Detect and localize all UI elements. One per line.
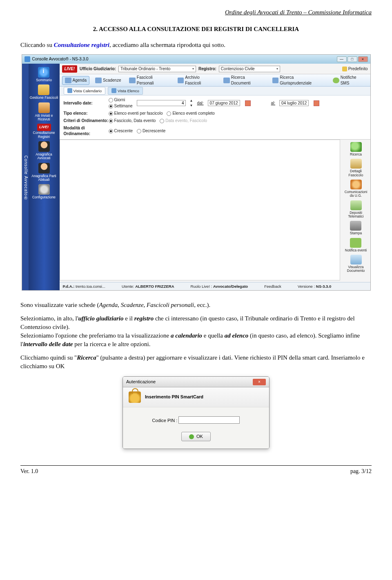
tab-fascicoli[interactable]: Fascicoli Personali — [127, 73, 172, 87]
clock-icon — [95, 78, 102, 83]
gear-icon — [38, 184, 50, 195]
tab-label: Archivio Fascicoli — [185, 75, 215, 86]
results-area — [60, 140, 340, 280]
view-list-button[interactable]: Vista Elenco — [108, 87, 143, 95]
view-label: Vista Elenco — [118, 88, 139, 93]
dialog-close-button[interactable]: × — [253, 379, 266, 385]
lock-icon — [129, 391, 141, 403]
tab-ricerca-doc[interactable]: Ricerca Documenti — [221, 73, 267, 87]
topbar: LIVE! Ufficio Giudiziario: Tribunale Ord… — [60, 64, 370, 74]
tab-label: Fascicoli Personali — [137, 75, 169, 86]
dialog-title: Autenticazione — [126, 379, 156, 385]
ok-button[interactable]: OK — [181, 432, 211, 441]
minimize-button[interactable]: — — [337, 56, 347, 62]
radio-tipo-completo[interactable]: Elenco eventi completo — [167, 111, 214, 116]
tipo-label: Tipo elenco: — [64, 111, 109, 116]
radio-crit-a[interactable]: Fascicolo, Data evento — [109, 118, 156, 124]
maximize-button[interactable]: □ — [347, 56, 357, 62]
comm-icon — [350, 180, 362, 189]
sidebar-item-anagrafica-parti[interactable]: Anagrafica Parti Abituali — [29, 162, 59, 183]
brand-strip: Consolle Avvocato® — [22, 64, 29, 290]
term-elenco: ad elenco — [225, 332, 249, 339]
search-icon — [350, 142, 362, 152]
predefinito-button[interactable]: Predefinito — [342, 66, 368, 72]
dal-date[interactable]: 07 giugno 2012 — [208, 100, 240, 106]
pin-input[interactable] — [178, 416, 240, 424]
sms-icon — [350, 238, 361, 248]
star-icon — [342, 67, 347, 71]
right-toolbar: Ricerca Dettagli Fascicolo Comunicazioni… — [342, 140, 370, 282]
radio-tipo-fascicolo[interactable]: Elenco eventi per fascicolo — [109, 111, 163, 116]
sidebar: Sommario Gestione Fascicoli Atti Inviati… — [29, 64, 60, 290]
auth-dialog: Autenticazione × Inserimento PIN SmartCa… — [122, 376, 270, 449]
comunicazioni-button[interactable]: Comunicazioni da U.G. — [343, 179, 370, 199]
tab-scadenze[interactable]: Scadenze — [93, 76, 123, 84]
depositi-button[interactable]: Depositi Telematici — [343, 200, 370, 220]
gavel-icon — [272, 78, 278, 83]
interval-number-input[interactable] — [137, 100, 186, 106]
sidebar-label: Gestione Fascicoli — [30, 96, 58, 100]
sidebar-label: Anagrafica Parti Abituali — [29, 174, 59, 182]
status-pda: P.d.A.: trento.toa.consi... — [63, 284, 105, 289]
deposit-icon — [350, 200, 362, 210]
sidebar-label: Atti Inviati e Ricevuti — [29, 114, 59, 122]
dialog-header: Inserimento PIN SmartCard — [123, 387, 269, 407]
radio-mod-cresc[interactable]: Crescente — [109, 128, 133, 134]
rt-label: Ricerca — [350, 153, 362, 156]
tab-archivio[interactable]: Archivio Fascicoli — [175, 73, 218, 87]
ufficio-combo[interactable]: Tribunale Ordinario - Trento — [118, 66, 196, 72]
notifica-button[interactable]: Notifica eventi — [345, 237, 367, 253]
stampa-button[interactable]: Stampa — [350, 220, 362, 236]
rt-label: Visualizza Documento — [343, 265, 370, 273]
tab-agenda[interactable]: Agenda — [62, 76, 89, 85]
visualizza-button[interactable]: Visualizza Documento — [343, 254, 370, 274]
registro-label: Registro: — [198, 66, 216, 72]
footer-version: Ver. 1.0 — [20, 467, 38, 476]
term-intervallo: intervallo delle date — [23, 341, 73, 347]
radio-giorni[interactable]: Giorni — [109, 97, 133, 103]
al-date[interactable]: 04 luglio 2012 — [279, 100, 309, 106]
radio-settimane[interactable]: Settimane — [109, 103, 133, 109]
pin-field-row: Codice PIN : — [123, 407, 269, 428]
pin-label: Codice PIN : — [152, 418, 178, 423]
tab-label: Notifiche SMS — [341, 75, 365, 86]
txt: Selezioniamo l'opzione che preferiamo tr… — [20, 332, 171, 339]
intro-paragraph: Cliccando su Consultazione registri, acc… — [20, 41, 372, 49]
sidebar-label: Sommario — [36, 78, 52, 82]
txt: Clicchiamo quindi su " — [20, 354, 77, 361]
calendar-icon[interactable] — [245, 100, 251, 106]
footer-page: pag. 3/12 — [350, 467, 372, 476]
dettagli-button[interactable]: Dettagli Fascicolo — [343, 158, 370, 178]
view-calendar-button[interactable]: Vista Calendario — [64, 87, 106, 95]
calendar-icon[interactable] — [314, 100, 319, 106]
term-ricerca: Ricerca — [77, 354, 96, 361]
tab-notifiche-sms[interactable]: Notifiche SMS — [330, 73, 368, 87]
radio-crit-b[interactable]: Data evento, Fascicolo — [160, 118, 207, 124]
archive-icon — [178, 78, 184, 83]
registro-combo[interactable]: Contenzioso Civile — [219, 66, 280, 72]
user-icon — [38, 163, 50, 173]
dialog-head-text: Inserimento PIN SmartCard — [145, 394, 203, 400]
sidebar-item-anagrafica-avv[interactable]: Anagrafica Avvocati — [29, 140, 59, 161]
close-button[interactable]: × — [358, 56, 368, 62]
sidebar-item-atti[interactable]: Atti Inviati e Ricevuti — [29, 102, 59, 122]
subview-bar: Vista Calendario Vista Elenco — [60, 87, 370, 96]
term-calendar: a calendario — [171, 332, 202, 339]
sms-icon — [333, 78, 339, 83]
schede-list: Agenda, Scadenze, Fascicoli personali — [99, 302, 194, 308]
sidebar-item-sommario[interactable]: Sommario — [36, 66, 52, 83]
sidebar-item-consultazione[interactable]: LIVE!Consultazione Registri — [29, 123, 59, 140]
sidebar-item-config[interactable]: Configurazione — [32, 183, 56, 200]
main-area: LIVE! Ufficio Giudiziario: Tribunale Ord… — [60, 64, 370, 290]
status-feedback[interactable]: Feedback — [264, 284, 281, 289]
ricerca-button[interactable]: Ricerca — [350, 141, 362, 157]
sidebar-item-gestione[interactable]: Gestione Fascicoli — [30, 84, 58, 100]
app-screenshot: Consolle Avvocato® - NS-3.3.0 — □ × Cons… — [22, 54, 371, 291]
view-icon — [350, 255, 362, 264]
calendar-icon — [65, 78, 71, 83]
status-ruolo: Ruolo Live! : Avvocato/Delegato — [191, 284, 248, 289]
list-icon — [111, 88, 116, 93]
radio-mod-decresc[interactable]: Decrescente — [137, 128, 165, 134]
rt-label: Notifica eventi — [345, 249, 367, 252]
tab-ricerca-giur[interactable]: Ricerca Giurisprudenziale — [270, 73, 327, 87]
